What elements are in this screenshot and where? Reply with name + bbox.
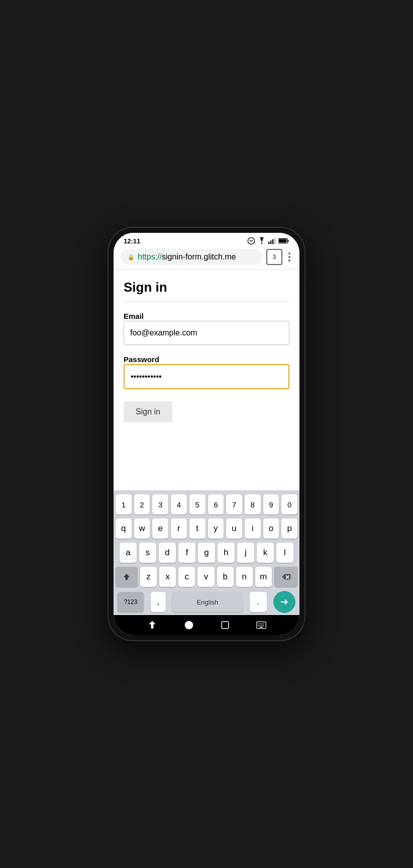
key-r[interactable]: r [171,518,187,539]
key-u[interactable]: u [226,518,242,539]
key-9[interactable]: 9 [263,494,279,514]
key-i[interactable]: i [245,518,261,539]
tab-count-button[interactable]: 3 [266,249,282,265]
key-z[interactable]: z [140,567,157,587]
keyboard-button[interactable] [256,621,266,629]
status-icons [247,237,289,245]
url-domain: signin-form.glitch.me [162,252,236,261]
key-k[interactable]: k [257,543,274,563]
divider [124,301,289,302]
page-title: Sign in [124,280,289,295]
key-d[interactable]: d [159,543,176,563]
key-t[interactable]: t [189,518,205,539]
svg-rect-13 [222,622,229,629]
wifi-icon [257,237,266,244]
key-numeric-toggle[interactable]: ?123 [118,592,144,612]
backspace-key[interactable] [274,567,297,587]
keyboard-row-zxcv: z x c v b n m [116,567,297,587]
status-time: 12:11 [124,237,140,245]
svg-rect-6 [274,238,275,244]
page-content: Sign in Email Password Sign in [114,270,299,490]
svg-rect-21 [261,625,262,626]
phone-frame: 12:11 [109,228,304,640]
enter-key[interactable] [273,591,295,613]
battery-icon [278,238,289,244]
svg-rect-8 [287,240,288,242]
svg-point-2 [261,243,262,244]
status-bar: 12:11 [114,233,299,247]
svg-rect-16 [259,624,260,625]
email-input[interactable] [124,321,289,345]
svg-rect-22 [263,625,264,626]
lock-icon: 🔒 [128,254,135,261]
keyboard-row-asdf: a s d f g h j k l [116,543,297,563]
svg-rect-5 [272,239,273,244]
keyboard-row-bottom: ?123 , English . [116,591,297,613]
address-bar: 🔒 https://signin-form.glitch.me 3 [114,247,299,270]
url-text: https://signin-form.glitch.me [138,252,236,262]
svg-rect-23 [259,627,263,628]
key-0[interactable]: 0 [281,494,297,514]
svg-rect-18 [263,624,264,625]
key-4[interactable]: 4 [171,494,187,514]
key-h[interactable]: h [218,543,235,563]
key-j[interactable]: j [237,543,254,563]
url-field[interactable]: 🔒 https://signin-form.glitch.me [121,249,262,265]
key-comma[interactable]: , [151,592,166,612]
key-v[interactable]: v [197,567,214,587]
key-q[interactable]: q [116,518,132,539]
svg-rect-19 [258,625,259,626]
keyboard-row-qwerty: q w e r t y u i o p [116,518,297,539]
key-s[interactable]: s [139,543,156,563]
key-n[interactable]: n [236,567,253,587]
signal-icon [268,237,276,244]
svg-rect-20 [259,625,260,626]
key-7[interactable]: 7 [226,494,242,514]
svg-rect-3 [268,242,269,244]
email-label: Email [124,312,144,320]
svg-point-12 [184,621,193,630]
key-5[interactable]: 5 [189,494,205,514]
key-2[interactable]: 2 [134,494,150,514]
do-not-disturb-icon [247,237,255,245]
svg-rect-4 [270,240,271,244]
bottom-nav [114,615,299,635]
key-b[interactable]: b [217,567,234,587]
sign-in-button[interactable]: Sign in [124,401,172,422]
home-button[interactable] [184,620,194,630]
key-8[interactable]: 8 [245,494,261,514]
key-6[interactable]: 6 [208,494,224,514]
spacebar-key[interactable]: English [172,592,243,612]
key-o[interactable]: o [263,518,279,539]
key-1[interactable]: 1 [116,494,132,514]
password-label: Password [124,355,159,364]
phone-screen: 12:11 [114,233,299,635]
key-e[interactable]: e [152,518,168,539]
url-https: https:// [138,252,162,261]
svg-rect-17 [261,624,262,625]
key-p[interactable]: p [281,518,297,539]
recents-button[interactable] [221,621,230,630]
key-w[interactable]: w [134,518,150,539]
key-g[interactable]: g [198,543,215,563]
svg-rect-15 [258,624,259,625]
password-input[interactable] [124,364,289,389]
key-l[interactable]: l [276,543,293,563]
key-period[interactable]: . [250,592,267,612]
menu-button[interactable] [286,250,292,264]
back-button[interactable] [147,620,157,630]
key-c[interactable]: c [178,567,195,587]
keyboard-row-numbers: 1 2 3 4 5 6 7 8 9 0 [116,494,297,514]
svg-rect-9 [279,239,286,242]
key-y[interactable]: y [208,518,224,539]
shift-key[interactable] [116,567,138,587]
keyboard: 1 2 3 4 5 6 7 8 9 0 q w e r t y u i [114,490,299,615]
key-f[interactable]: f [178,543,195,563]
key-3[interactable]: 3 [152,494,168,514]
key-a[interactable]: a [120,543,137,563]
key-x[interactable]: x [159,567,176,587]
key-m[interactable]: m [255,567,272,587]
